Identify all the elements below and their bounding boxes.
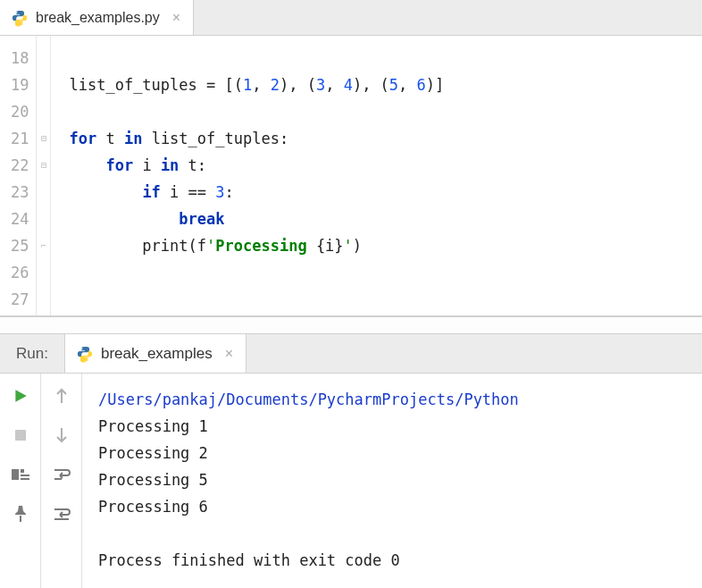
svg-rect-3	[21, 475, 29, 476]
console-line: Processing 5	[98, 466, 693, 493]
fold-marker	[37, 179, 50, 206]
pin-button[interactable]	[9, 502, 32, 525]
line-number: 22	[11, 152, 29, 179]
python-file-icon	[76, 345, 94, 363]
code-line[interactable]: for t in list_of_tuples:	[51, 125, 702, 152]
code-line[interactable]	[51, 259, 702, 286]
fold-marker	[37, 98, 50, 125]
fold-marker[interactable]: ⊟	[37, 152, 50, 179]
editor-area: 18192021222324252627 ⊟⊟⌐ list_of_tuples …	[0, 36, 702, 316]
line-number: 25	[11, 232, 29, 259]
soft-wrap-icon[interactable]	[50, 463, 73, 486]
stop-button[interactable]	[9, 424, 32, 447]
line-number: 26	[11, 259, 29, 286]
code-line[interactable]: break	[51, 206, 702, 232]
svg-rect-4	[21, 478, 29, 480]
line-number: 20	[11, 98, 29, 125]
down-arrow-icon[interactable]	[50, 424, 73, 447]
fold-marker	[37, 286, 50, 313]
code-line[interactable]	[51, 98, 702, 125]
code-line[interactable]: list_of_tuples = [(1, 2), (3, 4), (5, 6)…	[51, 71, 702, 98]
svg-rect-0	[15, 430, 26, 441]
close-icon[interactable]: ×	[172, 10, 180, 26]
line-number: 18	[11, 45, 29, 71]
svg-rect-1	[12, 469, 19, 480]
python-file-icon	[11, 9, 29, 27]
console-exit-line: Process finished with exit code 0	[98, 547, 693, 574]
code-line[interactable]	[51, 286, 702, 313]
run-body: /Users/pankaj/Documents/PycharmProjects/…	[0, 374, 702, 588]
fold-marker	[37, 259, 50, 286]
line-number: 19	[11, 71, 29, 98]
console-line: Processing 1	[98, 413, 693, 440]
line-number: 27	[11, 286, 29, 313]
code-line[interactable]	[51, 45, 702, 71]
fold-marker	[37, 71, 50, 98]
editor-tab-bar: break_examples.py ×	[0, 0, 702, 36]
svg-rect-2	[21, 469, 24, 473]
code-line[interactable]: if i == 3:	[51, 179, 702, 206]
fold-marker	[37, 206, 50, 232]
line-number-gutter: 18192021222324252627	[0, 36, 37, 315]
fold-marker[interactable]: ⌐	[37, 232, 50, 259]
console-path-line: /Users/pankaj/Documents/PycharmProjects/…	[98, 386, 693, 413]
fold-marker	[37, 45, 50, 71]
line-number: 21	[11, 125, 29, 152]
console-output[interactable]: /Users/pankaj/Documents/PycharmProjects/…	[82, 374, 702, 588]
run-toolbar-secondary	[41, 374, 82, 588]
panel-divider[interactable]	[0, 316, 702, 334]
close-icon[interactable]: ×	[225, 346, 233, 362]
code-line[interactable]: print(f'Processing {i}')	[51, 232, 702, 259]
run-toolbar-primary	[0, 374, 41, 588]
run-panel: Run: break_examples ×	[0, 334, 702, 588]
console-line: Processing 6	[98, 493, 693, 520]
editor-tab-label: break_examples.py	[36, 10, 160, 26]
editor-tab[interactable]: break_examples.py ×	[0, 0, 194, 35]
fold-column: ⊟⊟⌐	[37, 36, 51, 315]
scroll-to-end-icon[interactable]	[50, 502, 73, 525]
console-line: Processing 2	[98, 440, 693, 466]
fold-marker[interactable]: ⊟	[37, 125, 50, 152]
run-config-label: break_examples	[101, 345, 213, 363]
run-tab-bar: Run: break_examples ×	[0, 334, 702, 374]
code-line[interactable]: for i in t:	[51, 152, 702, 179]
line-number: 24	[11, 206, 29, 232]
up-arrow-icon[interactable]	[50, 384, 73, 407]
layout-button[interactable]	[9, 463, 32, 486]
run-panel-label: Run:	[0, 345, 64, 363]
run-config-tab[interactable]: break_examples ×	[64, 334, 247, 373]
rerun-button[interactable]	[9, 384, 32, 407]
code-content[interactable]: list_of_tuples = [(1, 2), (3, 4), (5, 6)…	[51, 36, 702, 315]
line-number: 23	[11, 179, 29, 206]
